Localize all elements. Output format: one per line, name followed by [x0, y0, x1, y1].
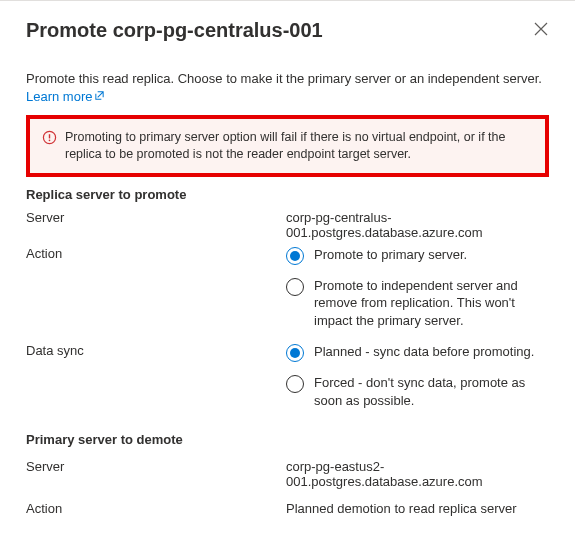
- radio-label: Promote to independent server and remove…: [314, 277, 549, 330]
- server-value: corp-pg-centralus-001.postgres.database.…: [286, 208, 549, 240]
- primary-action-label: Action: [26, 499, 276, 516]
- datasync-option-forced[interactable]: Forced - don't sync data, promote as soo…: [286, 374, 549, 409]
- radio-icon: [286, 375, 304, 393]
- intro-text: Promote this read replica. Choose to mak…: [26, 70, 549, 105]
- warning-icon: [42, 130, 57, 148]
- primary-section-title: Primary server to demote: [26, 432, 549, 447]
- datasync-options: Planned - sync data before promoting. Fo…: [286, 343, 549, 409]
- warning-text: Promoting to primary server option will …: [65, 129, 533, 163]
- radio-icon: [286, 344, 304, 362]
- panel-title: Promote corp-pg-centralus-001: [26, 19, 323, 42]
- action-option-promote-independent[interactable]: Promote to independent server and remove…: [286, 277, 549, 330]
- radio-label: Planned - sync data before promoting.: [314, 343, 534, 361]
- panel-header: Promote corp-pg-centralus-001: [26, 19, 549, 42]
- action-label: Action: [26, 244, 276, 330]
- learn-more-label: Learn more: [26, 88, 92, 106]
- close-icon: [533, 23, 549, 40]
- intro-text-content: Promote this read replica. Choose to mak…: [26, 71, 542, 86]
- action-options: Promote to primary server. Promote to in…: [286, 246, 549, 330]
- server-label: Server: [26, 208, 276, 240]
- primary-section: Primary server to demote Server corp-pg-…: [26, 432, 549, 516]
- datasync-label: Data sync: [26, 333, 276, 409]
- action-option-promote-primary[interactable]: Promote to primary server.: [286, 246, 549, 265]
- primary-server-value: corp-pg-eastus2-001.postgres.database.az…: [286, 457, 549, 489]
- replica-section-title: Replica server to promote: [26, 187, 549, 202]
- close-button[interactable]: [533, 19, 549, 41]
- radio-label: Promote to primary server.: [314, 246, 467, 264]
- datasync-option-planned[interactable]: Planned - sync data before promoting.: [286, 343, 549, 362]
- learn-more-link[interactable]: Learn more: [26, 88, 105, 106]
- primary-server-label: Server: [26, 457, 276, 489]
- external-link-icon: [94, 88, 105, 106]
- promote-panel: Promote corp-pg-centralus-001 Promote th…: [0, 1, 575, 516]
- replica-grid: Server corp-pg-centralus-001.postgres.da…: [26, 208, 549, 410]
- radio-label: Forced - don't sync data, promote as soo…: [314, 374, 549, 409]
- warning-callout: Promoting to primary server option will …: [26, 115, 549, 177]
- radio-icon: [286, 278, 304, 296]
- svg-point-2: [49, 140, 51, 142]
- primary-action-value: Planned demotion to read replica server: [286, 499, 549, 516]
- radio-icon: [286, 247, 304, 265]
